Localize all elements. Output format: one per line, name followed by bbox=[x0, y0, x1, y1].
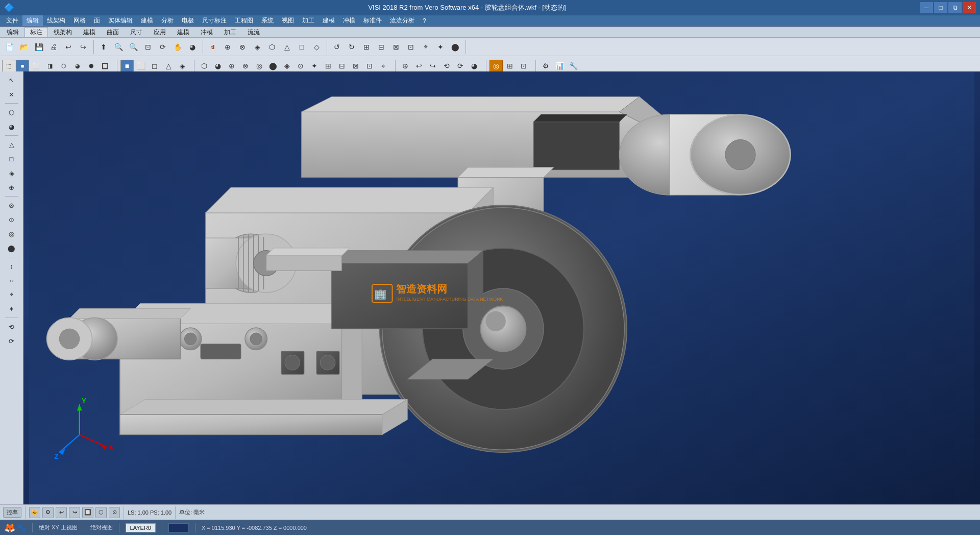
system-btn-3[interactable]: 🔧 bbox=[567, 60, 580, 72]
left-tool-5[interactable]: △ bbox=[4, 138, 19, 151]
open-button[interactable]: 📂 bbox=[17, 40, 31, 54]
image-btn-11[interactable]: ⊟ bbox=[335, 60, 349, 72]
image-btn-7[interactable]: ◈ bbox=[280, 60, 293, 72]
tab-stamping[interactable]: 冲模 bbox=[195, 27, 218, 37]
menu-die[interactable]: 冲模 bbox=[339, 15, 359, 26]
menu-analysis[interactable]: 分析 bbox=[157, 15, 178, 26]
zoom-in-button[interactable]: 🔍 bbox=[111, 40, 126, 54]
left-tool-14[interactable]: ↔ bbox=[4, 274, 19, 287]
tab-apply[interactable]: 应用 bbox=[148, 27, 172, 37]
workplane-btn-3[interactable]: ⊡ bbox=[517, 60, 530, 72]
tool-f[interactable]: △ bbox=[280, 40, 294, 54]
filter-btn-2[interactable]: ■ bbox=[16, 60, 29, 72]
tab-build[interactable]: 建模 bbox=[78, 27, 101, 37]
app-maximize-button[interactable]: □ bbox=[934, 2, 947, 13]
save-button[interactable]: 💾 bbox=[32, 40, 46, 54]
left-tool-18[interactable]: ⟳ bbox=[4, 334, 19, 348]
bottom-icon-6[interactable]: ⬡ bbox=[95, 507, 107, 518]
bottom-tool-1[interactable]: 控率 bbox=[3, 507, 21, 518]
tool-p[interactable]: ✦ bbox=[433, 40, 448, 54]
app-minimize-button[interactable]: ─ bbox=[920, 2, 933, 13]
tool-i[interactable]: ↺ bbox=[330, 40, 344, 54]
3d-viewport[interactable]: Y X Z 🏢 智造资料网 INTELLIGENT MANUFACTURING … bbox=[23, 71, 980, 504]
image-btn-8[interactable]: ⊙ bbox=[294, 60, 307, 72]
new-button[interactable]: 📄 bbox=[2, 40, 16, 54]
workplane-btn-1[interactable]: ◎ bbox=[489, 60, 503, 72]
shape-btn-2[interactable]: ⬜ bbox=[134, 60, 148, 72]
filter-btn-4[interactable]: ◨ bbox=[43, 60, 57, 72]
filter-btn-3[interactable]: ⬜ bbox=[30, 60, 43, 72]
shape-btn-3[interactable]: ◻ bbox=[148, 60, 161, 72]
system-btn-1[interactable]: ⚙ bbox=[539, 60, 552, 72]
menu-electrode[interactable]: 电极 bbox=[178, 15, 198, 26]
tab-wireframe[interactable]: 线架构 bbox=[48, 27, 78, 37]
tab-surface[interactable]: 曲面 bbox=[101, 27, 125, 37]
view-btn-3[interactable]: ↪ bbox=[426, 60, 439, 72]
tool-c[interactable]: ⊗ bbox=[235, 40, 250, 54]
tab-machining[interactable]: 加工 bbox=[218, 27, 242, 37]
redo-button[interactable]: ↪ bbox=[76, 40, 90, 54]
left-tool-15[interactable]: ⌖ bbox=[4, 288, 19, 301]
menu-solid-edit[interactable]: 实体编辑 bbox=[104, 15, 137, 26]
tool-o[interactable]: ⌖ bbox=[419, 40, 433, 54]
tab-edit[interactable]: 编辑 bbox=[1, 27, 24, 37]
absolute-xy-view[interactable]: 绝对 XY 上视图 bbox=[39, 524, 78, 531]
left-tool-7[interactable]: ◈ bbox=[4, 166, 19, 180]
zoom-all-button[interactable]: ⊡ bbox=[141, 40, 155, 54]
view-btn-4[interactable]: ⟲ bbox=[440, 60, 453, 72]
image-btn-14[interactable]: ⌖ bbox=[377, 60, 390, 72]
filter-btn-8[interactable]: 🔲 bbox=[99, 60, 112, 72]
image-btn-1[interactable]: ⬡ bbox=[198, 60, 211, 72]
tool-n[interactable]: ⊡ bbox=[404, 40, 418, 54]
image-btn-12[interactable]: ⊠ bbox=[349, 60, 362, 72]
print-button[interactable]: 🖨 bbox=[46, 40, 61, 54]
image-btn-2[interactable]: ◕ bbox=[211, 60, 225, 72]
left-tool-13[interactable]: ↕ bbox=[4, 259, 19, 273]
tab-dimension[interactable]: 尺寸 bbox=[125, 27, 148, 37]
tool-j[interactable]: ↻ bbox=[345, 40, 359, 54]
menu-drawing[interactable]: 工程图 bbox=[231, 15, 257, 26]
left-tool-8[interactable]: ⊕ bbox=[4, 181, 19, 194]
bottom-icon-1[interactable]: 🐱 bbox=[29, 507, 40, 518]
left-tool-3[interactable]: ⬡ bbox=[4, 106, 19, 119]
menu-standard[interactable]: 标准件 bbox=[359, 15, 386, 26]
tool-m[interactable]: ⊠ bbox=[389, 40, 403, 54]
image-btn-9[interactable]: ✦ bbox=[308, 60, 321, 72]
image-btn-10[interactable]: ⊞ bbox=[322, 60, 335, 72]
tool-k[interactable]: ⊞ bbox=[359, 40, 374, 54]
menu-help[interactable]: ? bbox=[419, 15, 430, 26]
menu-wireframe[interactable]: 线架构 bbox=[43, 15, 69, 26]
menu-edit[interactable]: 编辑 bbox=[22, 15, 43, 26]
tool-h[interactable]: ◇ bbox=[309, 40, 324, 54]
menu-machining[interactable]: 加工 bbox=[298, 15, 318, 26]
left-tool-9[interactable]: ⊗ bbox=[4, 199, 19, 212]
shade-button[interactable]: ◕ bbox=[185, 40, 200, 54]
left-tool-12[interactable]: ⬤ bbox=[4, 241, 19, 255]
pan-button[interactable]: ✋ bbox=[170, 40, 185, 54]
zoom-out-button[interactable]: 🔍 bbox=[126, 40, 140, 54]
tool-b[interactable]: ⊕ bbox=[220, 40, 235, 54]
bottom-icon-7[interactable]: ⊙ bbox=[109, 507, 120, 518]
left-tool-4[interactable]: ◕ bbox=[4, 120, 19, 133]
tool-l[interactable]: ⊟ bbox=[374, 40, 388, 54]
menu-system[interactable]: 系统 bbox=[257, 15, 278, 26]
tool-g[interactable]: □ bbox=[295, 40, 309, 54]
tab-modeling[interactable]: 建模 bbox=[172, 27, 195, 37]
view-btn-6[interactable]: ◕ bbox=[468, 60, 481, 72]
menu-dimension[interactable]: 尺寸标注 bbox=[198, 15, 231, 26]
filter-btn-7[interactable]: ⬢ bbox=[85, 60, 98, 72]
image-btn-5[interactable]: ◎ bbox=[253, 60, 266, 72]
app-restore-button[interactable]: ⧉ bbox=[948, 2, 962, 13]
workplane-btn-2[interactable]: ⊞ bbox=[503, 60, 517, 72]
bottom-icon-3[interactable]: ↩ bbox=[56, 507, 67, 518]
absolute-view[interactable]: 绝对视图 bbox=[90, 524, 113, 531]
tool-a[interactable]: tI bbox=[206, 40, 220, 54]
shape-btn-1[interactable]: ■ bbox=[120, 60, 134, 72]
bottom-icon-5[interactable]: 🔲 bbox=[82, 507, 93, 518]
app-close-button[interactable]: ✕ bbox=[963, 2, 976, 13]
menu-grid[interactable]: 网格 bbox=[69, 15, 90, 26]
shape-btn-5[interactable]: ◈ bbox=[176, 60, 189, 72]
view-btn-1[interactable]: ⊕ bbox=[399, 60, 412, 72]
layer-color-swatch[interactable] bbox=[168, 523, 189, 532]
filter-btn-6[interactable]: ◕ bbox=[71, 60, 84, 72]
